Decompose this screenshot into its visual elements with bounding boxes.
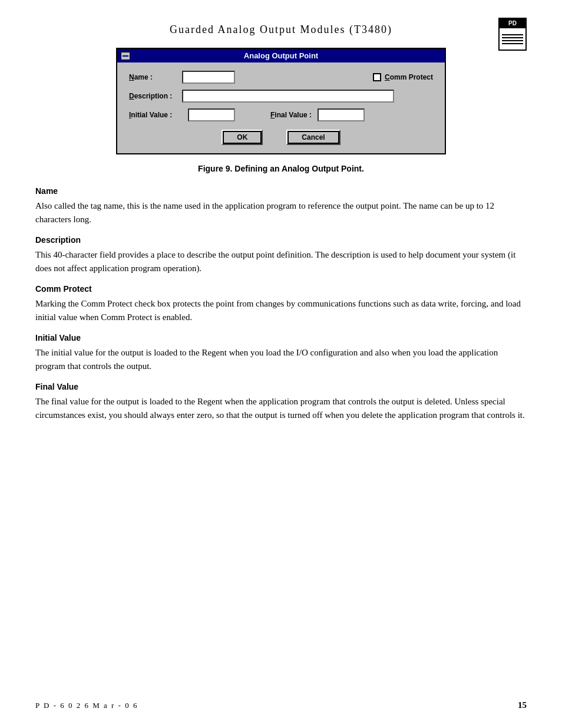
comm-protect-checkbox[interactable]	[373, 73, 381, 81]
initfinal-row: Initial Value : Final Value :	[129, 108, 433, 121]
section-initial-value-body: The initial value for the output is load…	[35, 346, 527, 373]
pd-line-1	[502, 34, 523, 35]
section-comm-protect-heading: Comm Protect	[35, 284, 527, 294]
dialog-title: Analog Output Point	[122, 51, 440, 60]
section-initial-value-heading: Initial Value	[35, 333, 527, 342]
section-description-heading: Description	[35, 235, 527, 245]
description-row: Description :	[129, 90, 433, 103]
section-final-value-heading: Final Value	[35, 382, 527, 391]
pd-line-2	[502, 37, 523, 38]
footer-doc-number: P D - 6 0 2 6 M a r - 0 6	[35, 701, 138, 710]
section-name-heading: Name	[35, 186, 527, 196]
section-comm-protect: Comm Protect Marking the Comm Protect ch…	[35, 284, 527, 324]
dialog-titlebar: Analog Output Point	[117, 49, 445, 62]
page-title: Guarded Analog Output Modules (T3480)	[170, 24, 392, 36]
initial-value-input[interactable]	[188, 108, 235, 121]
cancel-button[interactable]: Cancel	[286, 130, 340, 145]
dialog-body: Name : Comm Protect Description :	[117, 62, 445, 153]
final-value-label: Final Value :	[270, 111, 312, 119]
name-row: Name : Comm Protect	[129, 71, 433, 84]
comm-protect-area: Comm Protect	[373, 73, 433, 81]
section-description: Description This 40-character field prov…	[35, 235, 527, 275]
section-comm-protect-body: Marking the Comm Protect check box prote…	[35, 297, 527, 324]
pd-icon-lines	[500, 28, 525, 50]
ok-button[interactable]: OK	[222, 130, 263, 145]
section-final-value-body: The final value for the output is loaded…	[35, 395, 527, 421]
dialog-wrapper: Analog Output Point Name : Comm Protect	[35, 48, 527, 154]
pd-line-4	[502, 43, 523, 44]
dialog-system-icon[interactable]	[121, 52, 130, 60]
button-row: OK Cancel	[129, 130, 433, 145]
initial-value-label: Initial Value :	[129, 111, 188, 119]
name-input[interactable]	[182, 71, 235, 84]
figure-caption: Figure 9. Defining an Analog Output Poin…	[35, 164, 527, 173]
section-name-body: Also called the tag name, this is the na…	[35, 199, 527, 226]
dialog-box: Analog Output Point Name : Comm Protect	[116, 48, 446, 154]
footer-page-number: 15	[518, 700, 527, 710]
section-final-value: Final Value The final value for the outp…	[35, 382, 527, 421]
pd-line-3	[502, 40, 523, 41]
description-input[interactable]	[182, 90, 394, 103]
pd-icon: PD	[498, 18, 527, 51]
pd-icon-label: PD	[500, 19, 525, 28]
page-footer: P D - 6 0 2 6 M a r - 0 6 15	[35, 700, 527, 710]
final-value-input[interactable]	[318, 108, 365, 121]
name-label: Name :	[129, 73, 182, 81]
section-initial-value: Initial Value The initial value for the …	[35, 333, 527, 373]
comm-protect-label: Comm Protect	[385, 73, 433, 81]
section-description-body: This 40-character field provides a place…	[35, 248, 527, 275]
description-label: Description :	[129, 92, 182, 100]
section-name: Name Also called the tag name, this is t…	[35, 186, 527, 226]
dialog-system-icon-inner	[123, 55, 128, 57]
